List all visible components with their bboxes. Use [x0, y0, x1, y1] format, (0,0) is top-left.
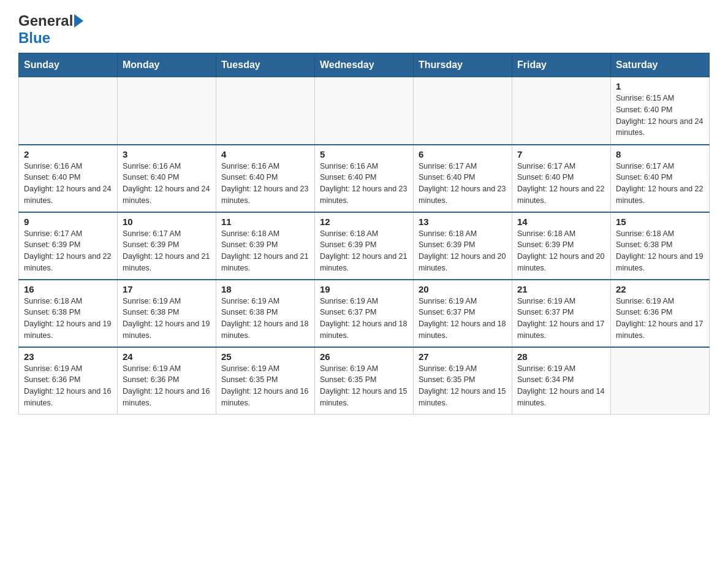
day-info: Sunrise: 6:19 AMSunset: 6:37 PMDaylight:…	[320, 296, 408, 342]
calendar-cell: 7Sunrise: 6:17 AMSunset: 6:40 PMDaylight…	[512, 145, 611, 212]
day-info: Sunrise: 6:19 AMSunset: 6:37 PMDaylight:…	[419, 296, 507, 342]
day-number: 17	[123, 284, 211, 294]
day-number: 5	[320, 149, 408, 159]
day-number: 18	[221, 284, 309, 294]
calendar-cell: 10Sunrise: 6:17 AMSunset: 6:39 PMDayligh…	[118, 212, 216, 280]
day-number: 11	[221, 216, 309, 227]
day-number: 25	[221, 351, 309, 362]
calendar-cell: 22Sunrise: 6:19 AMSunset: 6:36 PMDayligh…	[611, 280, 710, 347]
calendar-cell: 21Sunrise: 6:19 AMSunset: 6:37 PMDayligh…	[512, 280, 611, 347]
day-info: Sunrise: 6:19 AMSunset: 6:35 PMDaylight:…	[221, 363, 309, 409]
day-number: 24	[123, 351, 211, 362]
calendar-week-row: 1Sunrise: 6:15 AMSunset: 6:40 PMDaylight…	[19, 77, 710, 145]
calendar-cell	[19, 77, 118, 145]
calendar-cell: 25Sunrise: 6:19 AMSunset: 6:35 PMDayligh…	[216, 347, 315, 415]
calendar-cell: 12Sunrise: 6:18 AMSunset: 6:39 PMDayligh…	[315, 212, 414, 280]
day-number: 2	[24, 149, 112, 159]
logo: General Blue	[18, 12, 83, 47]
day-number: 13	[419, 216, 507, 227]
calendar-cell: 28Sunrise: 6:19 AMSunset: 6:34 PMDayligh…	[512, 347, 611, 415]
day-info: Sunrise: 6:16 AMSunset: 6:40 PMDaylight:…	[221, 161, 309, 207]
calendar-cell: 26Sunrise: 6:19 AMSunset: 6:35 PMDayligh…	[315, 347, 414, 415]
calendar-cell: 14Sunrise: 6:18 AMSunset: 6:39 PMDayligh…	[512, 212, 611, 280]
calendar-cell: 4Sunrise: 6:16 AMSunset: 6:40 PMDaylight…	[216, 145, 315, 212]
calendar-week-row: 9Sunrise: 6:17 AMSunset: 6:39 PMDaylight…	[19, 212, 710, 280]
calendar-cell: 9Sunrise: 6:17 AMSunset: 6:39 PMDaylight…	[19, 212, 118, 280]
day-info: Sunrise: 6:18 AMSunset: 6:39 PMDaylight:…	[517, 228, 605, 274]
day-info: Sunrise: 6:16 AMSunset: 6:40 PMDaylight:…	[24, 161, 112, 207]
day-number: 22	[616, 284, 704, 294]
day-info: Sunrise: 6:18 AMSunset: 6:38 PMDaylight:…	[616, 228, 704, 274]
day-number: 14	[517, 216, 605, 227]
day-info: Sunrise: 6:19 AMSunset: 6:38 PMDaylight:…	[221, 296, 309, 342]
day-info: Sunrise: 6:19 AMSunset: 6:35 PMDaylight:…	[419, 363, 507, 409]
day-info: Sunrise: 6:19 AMSunset: 6:36 PMDaylight:…	[616, 296, 704, 342]
day-info: Sunrise: 6:19 AMSunset: 6:37 PMDaylight:…	[517, 296, 605, 342]
calendar-cell	[512, 77, 611, 145]
logo-blue-text: Blue	[18, 29, 50, 46]
calendar-table: SundayMondayTuesdayWednesdayThursdayFrid…	[18, 53, 710, 415]
day-info: Sunrise: 6:17 AMSunset: 6:39 PMDaylight:…	[123, 228, 211, 274]
day-number: 19	[320, 284, 408, 294]
day-number: 21	[517, 284, 605, 294]
calendar-cell	[414, 77, 512, 145]
calendar-cell	[216, 77, 315, 145]
day-info: Sunrise: 6:19 AMSunset: 6:34 PMDaylight:…	[517, 363, 605, 409]
calendar-cell: 8Sunrise: 6:17 AMSunset: 6:40 PMDaylight…	[611, 145, 710, 212]
calendar-week-row: 16Sunrise: 6:18 AMSunset: 6:38 PMDayligh…	[19, 280, 710, 347]
day-number: 8	[616, 149, 704, 159]
header-saturday: Saturday	[611, 53, 710, 77]
day-info: Sunrise: 6:16 AMSunset: 6:40 PMDaylight:…	[320, 161, 408, 207]
header-tuesday: Tuesday	[216, 53, 315, 77]
calendar-cell: 6Sunrise: 6:17 AMSunset: 6:40 PMDaylight…	[414, 145, 512, 212]
calendar-cell: 16Sunrise: 6:18 AMSunset: 6:38 PMDayligh…	[19, 280, 118, 347]
header-sunday: Sunday	[19, 53, 118, 77]
day-number: 15	[616, 216, 704, 227]
calendar-week-row: 23Sunrise: 6:19 AMSunset: 6:36 PMDayligh…	[19, 347, 710, 415]
calendar-cell: 24Sunrise: 6:19 AMSunset: 6:36 PMDayligh…	[118, 347, 216, 415]
calendar-cell: 3Sunrise: 6:16 AMSunset: 6:40 PMDaylight…	[118, 145, 216, 212]
day-info: Sunrise: 6:18 AMSunset: 6:38 PMDaylight:…	[24, 296, 112, 342]
page-header: General Blue	[18, 12, 710, 47]
day-number: 10	[123, 216, 211, 227]
day-info: Sunrise: 6:17 AMSunset: 6:40 PMDaylight:…	[616, 161, 704, 207]
calendar-cell: 23Sunrise: 6:19 AMSunset: 6:36 PMDayligh…	[19, 347, 118, 415]
day-info: Sunrise: 6:19 AMSunset: 6:38 PMDaylight:…	[123, 296, 211, 342]
day-number: 3	[123, 149, 211, 159]
day-number: 9	[24, 216, 112, 227]
day-info: Sunrise: 6:15 AMSunset: 6:40 PMDaylight:…	[616, 93, 704, 139]
calendar-cell: 27Sunrise: 6:19 AMSunset: 6:35 PMDayligh…	[414, 347, 512, 415]
day-number: 28	[517, 351, 605, 362]
day-info: Sunrise: 6:19 AMSunset: 6:36 PMDaylight:…	[24, 363, 112, 409]
day-info: Sunrise: 6:17 AMSunset: 6:39 PMDaylight:…	[24, 228, 112, 274]
day-number: 23	[24, 351, 112, 362]
calendar-cell: 20Sunrise: 6:19 AMSunset: 6:37 PMDayligh…	[414, 280, 512, 347]
calendar-cell: 17Sunrise: 6:19 AMSunset: 6:38 PMDayligh…	[118, 280, 216, 347]
day-info: Sunrise: 6:18 AMSunset: 6:39 PMDaylight:…	[419, 228, 507, 274]
calendar-week-row: 2Sunrise: 6:16 AMSunset: 6:40 PMDaylight…	[19, 145, 710, 212]
day-number: 6	[419, 149, 507, 159]
calendar-cell: 1Sunrise: 6:15 AMSunset: 6:40 PMDaylight…	[611, 77, 710, 145]
calendar-cell: 15Sunrise: 6:18 AMSunset: 6:38 PMDayligh…	[611, 212, 710, 280]
calendar-cell	[611, 347, 710, 415]
header-friday: Friday	[512, 53, 611, 77]
day-number: 7	[517, 149, 605, 159]
calendar-cell: 19Sunrise: 6:19 AMSunset: 6:37 PMDayligh…	[315, 280, 414, 347]
day-info: Sunrise: 6:17 AMSunset: 6:40 PMDaylight:…	[419, 161, 507, 207]
calendar-cell: 2Sunrise: 6:16 AMSunset: 6:40 PMDaylight…	[19, 145, 118, 212]
day-number: 4	[221, 149, 309, 159]
calendar-cell: 18Sunrise: 6:19 AMSunset: 6:38 PMDayligh…	[216, 280, 315, 347]
day-info: Sunrise: 6:18 AMSunset: 6:39 PMDaylight:…	[320, 228, 408, 274]
calendar-cell	[315, 77, 414, 145]
header-thursday: Thursday	[414, 53, 512, 77]
day-number: 16	[24, 284, 112, 294]
day-number: 1	[616, 81, 704, 91]
day-info: Sunrise: 6:16 AMSunset: 6:40 PMDaylight:…	[123, 161, 211, 207]
header-monday: Monday	[118, 53, 216, 77]
logo-general-text: General	[18, 12, 73, 29]
calendar-cell: 13Sunrise: 6:18 AMSunset: 6:39 PMDayligh…	[414, 212, 512, 280]
calendar-cell: 11Sunrise: 6:18 AMSunset: 6:39 PMDayligh…	[216, 212, 315, 280]
day-number: 26	[320, 351, 408, 362]
day-info: Sunrise: 6:17 AMSunset: 6:40 PMDaylight:…	[517, 161, 605, 207]
day-info: Sunrise: 6:19 AMSunset: 6:35 PMDaylight:…	[320, 363, 408, 409]
